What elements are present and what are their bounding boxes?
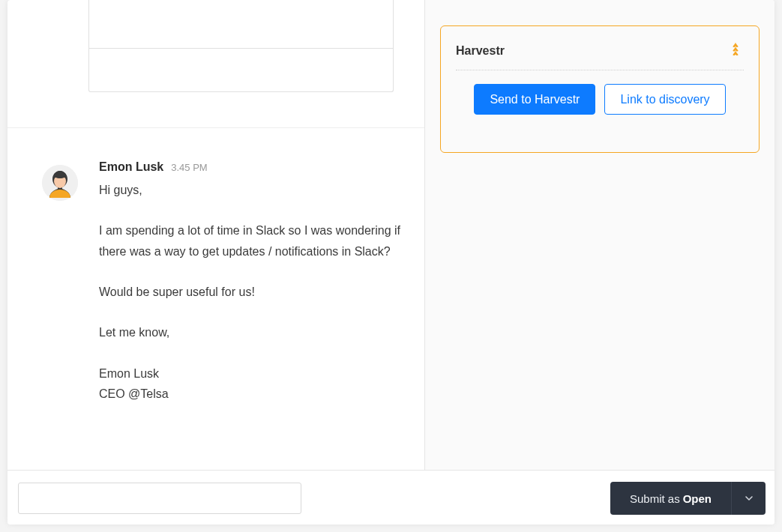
app-frame: Emon Lusk 3.45 PM Hi guys, I am spending… <box>7 0 775 525</box>
previous-message-box <box>88 0 394 92</box>
harvestr-card: Harvestr Send to Harvestr Link to discov… <box>440 25 760 153</box>
avatar <box>42 165 78 201</box>
submit-dropdown-button[interactable] <box>731 482 766 515</box>
submit-prefix: Submit as <box>630 492 680 505</box>
chevron-down-icon <box>745 494 754 503</box>
send-to-harvestr-button[interactable]: Send to Harvestr <box>474 84 595 115</box>
message-text: Hi guys, I am spending a lot of time in … <box>99 180 409 404</box>
sender-name: Emon Lusk <box>99 160 163 174</box>
message-separator <box>7 127 424 128</box>
footer-bar: Submit as Open <box>7 470 775 525</box>
card-header: Harvestr <box>456 41 744 70</box>
side-panel: Harvestr Send to Harvestr Link to discov… <box>424 0 775 470</box>
conversation-pane: Emon Lusk 3.45 PM Hi guys, I am spending… <box>7 0 424 470</box>
message-item: Emon Lusk 3.45 PM Hi guys, I am spending… <box>42 160 409 404</box>
wheat-icon <box>727 41 744 61</box>
message-body: Emon Lusk 3.45 PM Hi guys, I am spending… <box>99 160 409 404</box>
message-header: Emon Lusk 3.45 PM <box>99 160 409 174</box>
avatar-icon <box>42 165 78 201</box>
box-divider <box>89 48 393 49</box>
submit-status: Open <box>683 492 712 505</box>
message-timestamp: 3.45 PM <box>171 162 207 173</box>
card-button-row: Send to Harvestr Link to discovery <box>456 84 744 115</box>
card-title: Harvestr <box>456 44 505 58</box>
submit-button-group: Submit as Open <box>610 482 766 515</box>
submit-button[interactable]: Submit as Open <box>610 482 731 515</box>
link-to-discovery-button[interactable]: Link to discovery <box>604 84 725 115</box>
reply-input[interactable] <box>18 483 301 514</box>
